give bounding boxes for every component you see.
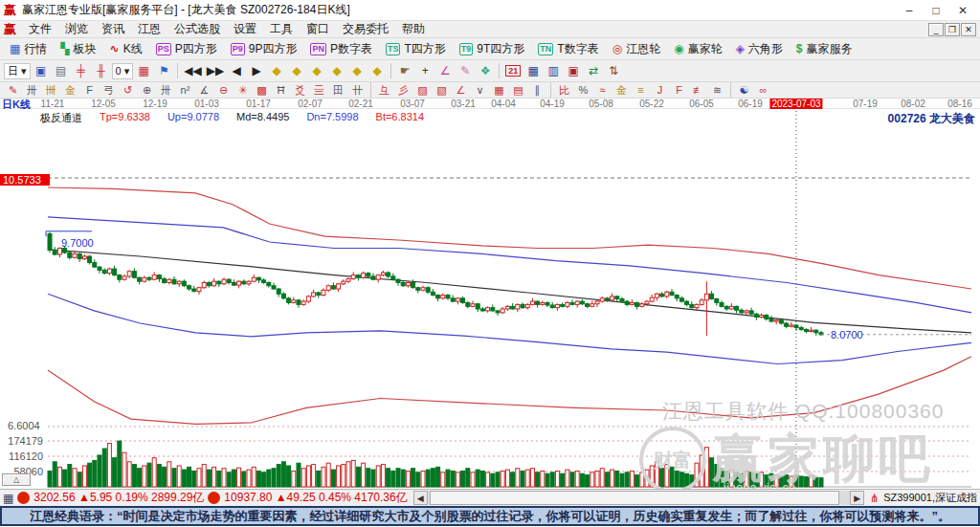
- slash-lines-icon[interactable]: ∥: [528, 83, 546, 98]
- taiji-icon[interactable]: ☯: [735, 83, 753, 98]
- gann-diamond-3-icon[interactable]: ◆: [307, 62, 326, 79]
- t-number-button[interactable]: TNT数字表: [532, 39, 604, 58]
- zero-dropdown[interactable]: 0 ▾: [112, 63, 134, 79]
- mdi-minimize-button[interactable]: _: [928, 23, 944, 36]
- ruler-grid-icon[interactable]: 卅: [157, 83, 175, 98]
- red-fan-icon[interactable]: 爻: [291, 83, 309, 98]
- scrollbar-thumb[interactable]: [430, 491, 839, 505]
- money-line-icon[interactable]: ≢: [689, 83, 707, 98]
- speed-resist-icon[interactable]: ≋: [708, 83, 726, 98]
- gold-line-icon[interactable]: ≡: [632, 83, 650, 98]
- hexagon-button[interactable]: ◈六角形: [730, 39, 789, 58]
- gold-ratio-icon[interactable]: 金: [612, 83, 631, 98]
- sectors-button[interactable]: ▚板块: [55, 39, 101, 58]
- gann-circle-icon[interactable]: ⊖: [214, 83, 233, 98]
- close-button[interactable]: ✕: [949, 1, 976, 20]
- first-bar-icon[interactable]: ◀◀: [182, 62, 203, 79]
- monitor-icon[interactable]: ▣: [564, 62, 583, 79]
- menu-item-8[interactable]: 交易委托: [336, 21, 395, 37]
- maximize-button[interactable]: □: [923, 1, 949, 20]
- kline-chart-area[interactable]: 极反通道 Tp=9.6338 Up=9.0778 Md=8.4495 Dn=7.…: [0, 109, 980, 489]
- gann-diamond-5-icon[interactable]: ◆: [347, 62, 367, 79]
- check-line-icon[interactable]: ∨: [471, 83, 489, 98]
- dense-grid-icon[interactable]: ▦: [490, 83, 508, 98]
- current-index-label[interactable]: SZ399001,深证成指: [883, 491, 977, 505]
- percent-wave-icon[interactable]: ≈: [593, 83, 612, 98]
- angle-a-icon[interactable]: ∡: [195, 83, 213, 98]
- h-bars-icon[interactable]: 卄: [348, 83, 367, 98]
- kline-style2-icon[interactable]: ╫: [92, 62, 111, 79]
- pattern-tool-icon[interactable]: ❖: [476, 62, 495, 79]
- winner-service-button[interactable]: $赢家服务: [791, 39, 858, 58]
- ratio-icon[interactable]: 比: [555, 83, 573, 98]
- scroll-right-button[interactable]: ▶: [850, 491, 864, 505]
- gold-gann-icon[interactable]: 金: [61, 83, 79, 98]
- dense-grid2-icon[interactable]: ▤: [509, 83, 527, 98]
- menu-item-5[interactable]: 设置: [227, 21, 263, 37]
- report-icon[interactable]: ▥: [544, 62, 563, 79]
- volume-pane-collapse-button[interactable]: △: [2, 473, 31, 486]
- minimize-button[interactable]: –: [896, 1, 923, 20]
- crosshair-icon[interactable]: +: [415, 62, 434, 79]
- speed-line-icon[interactable]: 彑: [375, 83, 393, 98]
- f-line-icon[interactable]: F: [670, 83, 688, 98]
- percent-icon[interactable]: %: [574, 83, 592, 98]
- red-tower-icon[interactable]: 亖: [310, 83, 328, 98]
- next-bar-icon[interactable]: ▶: [247, 62, 266, 79]
- star-burst-icon[interactable]: ✳: [234, 83, 252, 98]
- horizontal-scrollbar[interactable]: ◀ ▶: [413, 491, 864, 505]
- gann-diamond-2-icon[interactable]: ◆: [287, 62, 306, 79]
- t9-square-button[interactable]: T99T四方形: [454, 39, 531, 58]
- quote-grid-icon[interactable]: ▦: [3, 492, 13, 505]
- kline-style-icon[interactable]: ╪: [72, 62, 91, 79]
- menu-item-9[interactable]: 帮助: [395, 21, 432, 37]
- net-sync-icon[interactable]: ⇄: [584, 62, 603, 79]
- kline-button[interactable]: ∿K线: [104, 39, 148, 58]
- period-day-dropdown[interactable]: 日 ▾: [4, 63, 31, 79]
- trend-angle-icon[interactable]: ∠: [452, 83, 470, 98]
- gann-diamond-4-icon[interactable]: ◆: [327, 62, 346, 79]
- menu-item-1[interactable]: 浏览: [58, 21, 95, 37]
- infinity-icon[interactable]: ∞: [754, 83, 772, 98]
- calculator-icon[interactable]: ▦: [523, 62, 543, 79]
- menu-item-0[interactable]: 文件: [22, 21, 58, 37]
- menu-item-2[interactable]: 资讯: [95, 21, 131, 37]
- sh-index-quote[interactable]: 3202.56 ▲5.95 0.19% 2899.29亿: [33, 490, 204, 506]
- n2-icon[interactable]: n²: [176, 83, 194, 98]
- shade-grid-icon[interactable]: ▩: [253, 83, 271, 98]
- angle-tool-icon[interactable]: ∠: [435, 62, 455, 79]
- flag-icon[interactable]: ⚑: [154, 62, 173, 79]
- gann-diamond-1-icon[interactable]: ◆: [267, 62, 286, 79]
- draw-tool-icon[interactable]: ✎: [456, 62, 475, 79]
- menu-item-3[interactable]: 江恩: [131, 21, 167, 37]
- grid-window-icon[interactable]: 田: [329, 83, 347, 98]
- mdi-app-icon[interactable]: 赢: [4, 21, 16, 38]
- rays-icon[interactable]: 彡: [394, 83, 412, 98]
- pan-hand-icon[interactable]: ☛: [395, 62, 414, 79]
- p-number-button[interactable]: PNP数字表: [304, 39, 378, 58]
- fib-f-icon[interactable]: F: [80, 83, 99, 98]
- red-arc-icon[interactable]: ↺: [119, 83, 137, 98]
- menu-item-4[interactable]: 公式选股: [167, 21, 227, 37]
- box-shade2-icon[interactable]: ▧: [433, 83, 451, 98]
- menu-item-6[interactable]: 工具: [263, 21, 300, 37]
- t-square-button[interactable]: TST四方形: [380, 39, 452, 58]
- gold-fence-icon[interactable]: 卌: [42, 83, 60, 98]
- bar-fence-icon[interactable]: 卅: [23, 83, 41, 98]
- scroll-left-button[interactable]: ◀: [413, 491, 428, 505]
- quotes-button[interactable]: ▦行情: [4, 39, 53, 58]
- sz-index-quote[interactable]: 10937.80 ▲49.25 0.45% 4170.36亿: [224, 490, 407, 506]
- j-line-icon[interactable]: J: [651, 83, 669, 98]
- gann-wheel-button[interactable]: ◎江恩轮: [607, 39, 666, 58]
- info-list-icon[interactable]: ▤: [52, 62, 71, 79]
- winner-wheel-button[interactable]: ◉赢家轮: [668, 39, 727, 58]
- remote-help-icon[interactable]: ⇅: [604, 62, 623, 79]
- calendar-21-icon[interactable]: 21: [503, 62, 523, 79]
- box-shade-icon[interactable]: ▨: [413, 83, 432, 98]
- last-bar-icon[interactable]: ▶▶: [205, 62, 226, 79]
- red-pen-icon[interactable]: ✎: [4, 83, 22, 98]
- arc-tool-icon[interactable]: 弓: [100, 83, 118, 98]
- menu-item-7[interactable]: 窗口: [300, 21, 336, 37]
- mdi-close-button[interactable]: ✕: [961, 23, 976, 36]
- chart-window-icon[interactable]: ▣: [32, 62, 51, 79]
